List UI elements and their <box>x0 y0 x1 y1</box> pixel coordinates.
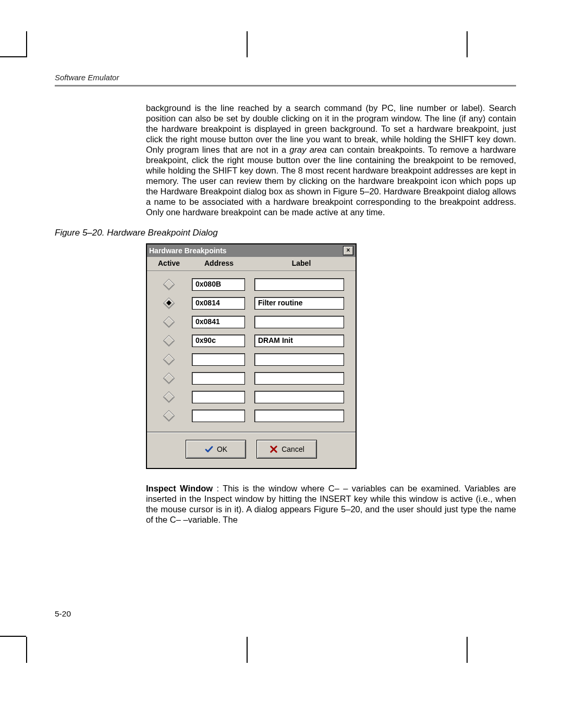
dialog-column-headers: Active Address Label <box>147 257 356 271</box>
breakpoint-rows: 0x080B 0x0814 Filter routine 0x0841 0x90… <box>147 271 356 428</box>
address-field[interactable] <box>192 353 245 366</box>
breakpoint-row: 0x0814 Filter routine <box>150 294 352 313</box>
breakpoint-row <box>150 369 352 388</box>
ok-label: OK <box>217 445 227 453</box>
address-field[interactable]: 0x080B <box>192 278 245 291</box>
active-radio[interactable] <box>163 410 175 422</box>
dialog-button-row: OK Cancel <box>147 433 356 468</box>
header-label: Label <box>250 259 352 267</box>
running-head: Software Emulator <box>55 73 516 82</box>
header-rule <box>55 85 516 87</box>
label-field[interactable] <box>254 353 344 366</box>
label-field[interactable] <box>254 391 344 403</box>
active-radio[interactable] <box>163 391 175 403</box>
check-icon <box>204 445 214 454</box>
cancel-label: Cancel <box>282 445 304 453</box>
address-field[interactable] <box>192 391 245 403</box>
label-field[interactable] <box>254 410 344 422</box>
body-paragraph-1: background is the line reached by a sear… <box>146 103 516 217</box>
breakpoint-row: 0x90c DRAM Init <box>150 331 352 350</box>
active-radio[interactable] <box>163 373 175 385</box>
active-radio[interactable] <box>163 298 175 310</box>
address-field[interactable]: 0x0841 <box>192 316 245 328</box>
label-field[interactable]: Filter routine <box>254 297 344 310</box>
label-field[interactable]: DRAM Init <box>254 335 344 347</box>
breakpoint-row: 0x080B <box>150 275 352 294</box>
para1-gray-area: gray area <box>289 145 326 154</box>
address-field[interactable]: 0x90c <box>192 335 245 347</box>
label-field[interactable] <box>254 316 344 328</box>
active-radio[interactable] <box>163 335 175 347</box>
body-paragraph-2: Inspect Window : This is the window wher… <box>146 484 516 525</box>
address-field[interactable] <box>192 372 245 385</box>
header-address: Address <box>188 259 250 267</box>
address-field[interactable]: 0x0814 <box>192 297 245 310</box>
header-active: Active <box>150 259 188 267</box>
page-number: 5-20 <box>55 609 71 619</box>
active-radio[interactable] <box>163 354 175 366</box>
label-field[interactable] <box>254 372 344 385</box>
active-radio[interactable] <box>163 279 175 291</box>
ok-button[interactable]: OK <box>186 440 246 459</box>
inspect-window-lead: Inspect Window <box>146 484 213 493</box>
address-field[interactable] <box>192 410 245 422</box>
close-icon[interactable]: × <box>343 246 353 255</box>
figure-caption: Figure 5–20. Hardware Breakpoint Dialog <box>55 228 516 238</box>
cancel-button[interactable]: Cancel <box>256 440 317 459</box>
active-radio[interactable] <box>163 316 175 328</box>
breakpoint-row <box>150 350 352 369</box>
label-field[interactable] <box>254 278 344 291</box>
breakpoint-row: 0x0841 <box>150 313 352 331</box>
x-icon <box>269 445 278 454</box>
breakpoint-row <box>150 388 352 406</box>
breakpoint-row <box>150 406 352 425</box>
dialog-titlebar[interactable]: Hardware Breakpoints × <box>147 244 356 257</box>
para1-b: can contain breakpoints. To remove a har… <box>146 145 516 217</box>
dialog-title: Hardware Breakpoints <box>149 246 227 255</box>
hardware-breakpoints-dialog: Hardware Breakpoints × Active Address La… <box>146 243 357 469</box>
